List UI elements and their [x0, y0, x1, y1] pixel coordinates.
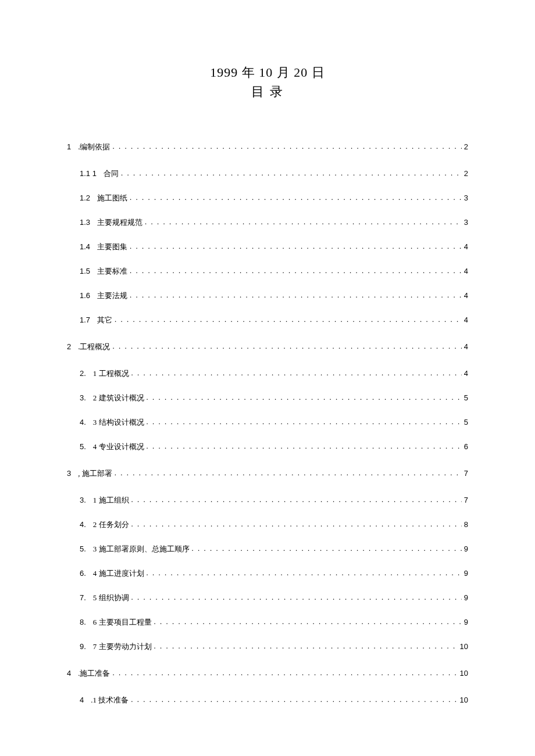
toc-leader-dots [121, 169, 462, 178]
toc-subsection-page: 10 [460, 696, 468, 704]
toc-subsection-number: 9. [80, 642, 86, 651]
toc-section-row: 3, 施工部署7 [67, 468, 468, 479]
toc-subsection-page: 5 [464, 418, 468, 427]
toc-subsection-number: 1.6 [80, 291, 90, 300]
toc-subsection-label: 1 工程概况 [93, 368, 129, 379]
toc-section-number: 2 [67, 342, 71, 351]
toc-subsection-number: 1.7 [80, 316, 90, 324]
toc-subsection-page: 4 [464, 369, 468, 378]
toc-leader-dots [131, 695, 457, 704]
toc-subsection-page: 9 [464, 544, 468, 553]
toc-subsection-label: 7 主要劳动力计划 [93, 642, 152, 652]
toc-subsection-label: 2 建筑设计概况 [93, 393, 144, 403]
toc-subsection-page: 9 [464, 593, 468, 602]
toc-subsection-row: 5.4 专业设计概况6 [67, 442, 468, 452]
toc-section-number: 4 [67, 669, 71, 678]
toc-leader-dots [130, 193, 462, 202]
toc-leader-dots [112, 142, 461, 151]
toc-subsection-number: 6. [80, 569, 86, 578]
toc-subsection-number: 8. [80, 618, 86, 626]
toc-subsection-page: 3 [464, 218, 468, 227]
toc-subsection-page: 8 [464, 520, 468, 529]
toc-subsection-label: 施工图纸 [97, 193, 127, 203]
toc-leader-dots [147, 417, 462, 427]
toc-leader-dots [154, 642, 458, 651]
toc-subsection-row: 1.7其它4 [67, 315, 468, 325]
document-header: 1999 年 10 月 20 日 目 录 [67, 64, 468, 101]
toc-subsection-label: 4 施工进度计划 [93, 568, 144, 579]
toc-subsection-row: 1.5主要标准4 [67, 266, 468, 277]
toc-subsection-page: 9 [464, 618, 468, 626]
toc-subsection-label: 合同 [104, 169, 119, 179]
toc-leader-dots [112, 342, 461, 351]
toc-section-row: 2.工程概况4 [67, 342, 468, 352]
toc-subsection-number: 3. [80, 393, 86, 402]
toc-title: 目 录 [67, 83, 468, 101]
toc-subsection-number: 1.1 1 [80, 169, 97, 178]
toc-leader-dots [131, 519, 462, 529]
toc-subsection-page: 4 [464, 267, 468, 275]
toc-subsection-page: 7 [464, 496, 468, 504]
toc-subsection-label: 3 结构设计概况 [93, 417, 144, 428]
toc-subsection-number: 1.3 [80, 218, 90, 227]
toc-subsection-page: 4 [464, 291, 468, 300]
toc-section-label: .编制依据 [78, 142, 110, 152]
toc-leader-dots [130, 291, 462, 300]
toc-subsection-label: 5 组织协调 [93, 593, 129, 603]
toc-subsection-row: 2.1 工程概况4 [67, 368, 468, 379]
toc-leader-dots [131, 495, 462, 504]
toc-subsection-number: 4. [80, 418, 86, 427]
toc-subsection-page: 3 [464, 194, 468, 202]
toc-subsection-group: 3.1 施工组织74.2 任务划分85.3 施工部署原则、总施工顺序96.4 施… [67, 495, 468, 652]
toc-section-page: 4 [464, 342, 468, 351]
toc-section-label: .施工准备 [78, 668, 110, 679]
toc-subsection-page: 4 [464, 242, 468, 251]
toc-section-page: 2 [464, 142, 468, 151]
toc-subsection-label: 3 施工部署原则、总施工顺序 [93, 544, 190, 554]
toc-subsection-label: 2 任务划分 [93, 519, 129, 530]
toc-subsection-row: 1.6主要法规4 [67, 291, 468, 301]
toc-leader-dots [192, 544, 462, 553]
toc-subsection-row: 7.5 组织协调9 [67, 593, 468, 603]
toc-leader-dots [115, 468, 462, 478]
toc-leader-dots [147, 568, 462, 578]
toc-subsection-row: 4.1 技术准备10 [67, 695, 468, 705]
toc-subsection-number: 2. [80, 369, 86, 378]
toc-leader-dots [154, 617, 462, 626]
toc-leader-dots [131, 593, 462, 602]
toc-subsection-row: 6.4 施工进度计划9 [67, 568, 468, 579]
toc-subsection-row: 9.7 主要劳动力计划10 [67, 642, 468, 652]
toc-subsection-row: 1.2施工图纸3 [67, 193, 468, 203]
toc-subsection-page: 10 [460, 642, 468, 651]
toc-subsection-label: 主要标准 [97, 266, 127, 277]
toc-subsection-page: 9 [464, 569, 468, 578]
toc-leader-dots [147, 393, 462, 402]
toc-section-label: .工程概况 [78, 342, 110, 352]
toc-subsection-number: 5. [80, 544, 86, 553]
toc-subsection-row: 1.4主要图集4 [67, 242, 468, 252]
toc-section-label: , 施工部署 [78, 468, 112, 479]
toc-subsection-number: 1.2 [80, 194, 90, 202]
toc-leader-dots [131, 368, 462, 378]
toc-subsection-label: 1 施工组织 [93, 495, 129, 506]
toc-subsection-label: 其它 [97, 315, 112, 325]
toc-subsection-page: 5 [464, 393, 468, 402]
toc-subsection-row: 5.3 施工部署原则、总施工顺序9 [67, 544, 468, 554]
toc-subsection-label: 主要图集 [97, 242, 127, 252]
toc-subsection-group: 1.1 1合同21.2施工图纸31.3主要规程规范31.4主要图集41.5主要标… [67, 169, 468, 325]
toc-subsection-number: 3. [80, 496, 86, 504]
toc-section-number: 3 [67, 469, 71, 478]
toc-subsection-label: 主要法规 [97, 291, 127, 301]
toc-subsection-group: 2.1 工程概况43.2 建筑设计概况54.3 结构设计概况55.4 专业设计概… [67, 368, 468, 452]
toc-leader-dots [130, 266, 462, 275]
toc-subsection-number: 4. [80, 520, 86, 529]
toc-subsection-label: .1 技术准备 [91, 695, 129, 705]
toc-subsection-row: 8.6 主要项目工程量9 [67, 617, 468, 628]
toc-subsection-row: 1.1 1合同2 [67, 169, 468, 179]
toc-section-number: 1 [67, 142, 71, 151]
toc-section-page: 7 [464, 469, 468, 478]
toc-leader-dots [115, 315, 462, 324]
toc-subsection-row: 1.3主要规程规范3 [67, 217, 468, 228]
toc-section-row: 1.编制依据2 [67, 142, 468, 152]
toc-leader-dots [112, 668, 457, 678]
